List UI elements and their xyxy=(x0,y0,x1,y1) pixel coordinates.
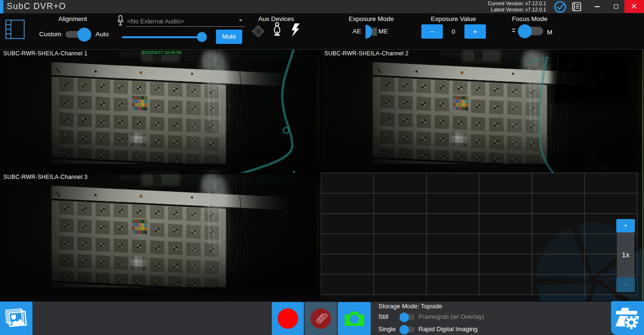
svg-text:2025/06/17 16:49:58: 2025/06/17 16:49:58 xyxy=(142,50,182,55)
